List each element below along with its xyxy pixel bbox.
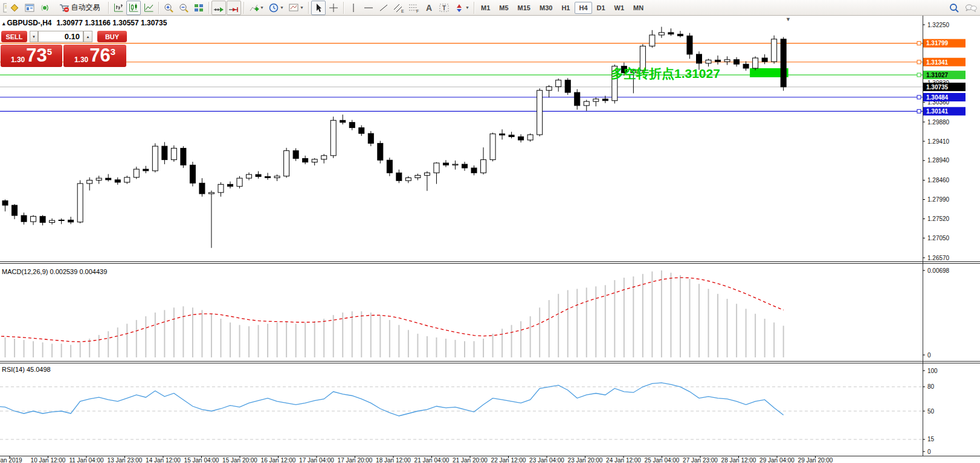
buy-price-big: 76 — [89, 45, 110, 66]
volume-increase-button[interactable]: ▲ — [83, 31, 92, 42]
vertical-line-icon[interactable] — [346, 1, 361, 15]
svg-text:15 Jan 20:00: 15 Jan 20:00 — [222, 457, 257, 463]
chart-corner-dropdown-icon[interactable]: ▼ — [785, 16, 791, 22]
buy-button[interactable]: BUY — [97, 31, 127, 42]
profiles-icon[interactable] — [22, 1, 37, 15]
svg-text:25 Jan 04:00: 25 Jan 04:00 — [645, 457, 680, 463]
separator — [474, 2, 474, 14]
line-chart-icon[interactable] — [141, 1, 156, 15]
new-order-icon[interactable] — [7, 1, 22, 15]
svg-text:28 Jan 12:00: 28 Jan 12:00 — [721, 457, 756, 463]
separator — [208, 2, 209, 14]
equidistant-channel-icon[interactable]: E — [392, 1, 406, 15]
tf-mn[interactable]: MN — [629, 2, 648, 14]
chart-shift-icon[interactable] — [227, 1, 241, 15]
mt4-window: 自动交易 ▼ ▼ ▼ E F A T ▼ M1 M5 M15 M30 H1 H — [0, 0, 980, 463]
tf-d1[interactable]: D1 — [593, 2, 610, 14]
svg-text:A: A — [426, 3, 432, 13]
separator — [243, 2, 244, 14]
svg-text:1.29410: 1.29410 — [927, 138, 950, 145]
tile-windows-icon[interactable] — [192, 1, 206, 15]
svg-text:1.30141: 1.30141 — [926, 108, 949, 115]
svg-text:10 Jan 12:00: 10 Jan 12:00 — [31, 457, 66, 463]
svg-text:1.26570: 1.26570 — [927, 255, 950, 261]
zoom-in-icon[interactable] — [161, 1, 176, 15]
buy-price-prefix: 1.30 — [74, 56, 88, 64]
separator — [108, 2, 109, 14]
sell-button[interactable]: SELL — [1, 31, 27, 42]
search-icon[interactable] — [947, 1, 961, 15]
text-label-icon[interactable]: T — [437, 1, 451, 15]
svg-text:1.31799: 1.31799 — [926, 40, 949, 46]
cursor-icon[interactable] — [311, 1, 326, 15]
svg-text:13 Jan 23:00: 13 Jan 23:00 — [108, 457, 143, 463]
separator — [343, 2, 344, 14]
svg-text:17 Jan 20:00: 17 Jan 20:00 — [338, 457, 373, 463]
sell-price-big: 73 — [26, 45, 47, 66]
zoom-out-icon[interactable] — [176, 1, 191, 15]
candlestick-chart-icon[interactable] — [126, 1, 141, 15]
svg-text:1.28940: 1.28940 — [927, 157, 950, 164]
horizontal-line-icon[interactable] — [361, 1, 376, 15]
svg-text:27 Jan 23:00: 27 Jan 23:00 — [683, 457, 718, 463]
svg-text:18 Jan 12:00: 18 Jan 12:00 — [376, 457, 411, 463]
buy-price-button[interactable]: 1.30763 — [63, 45, 126, 67]
chevron-down-icon: ▼ — [300, 5, 304, 10]
chevron-down-icon: ▼ — [280, 5, 284, 10]
svg-text:11 Jan 04:00: 11 Jan 04:00 — [69, 457, 104, 463]
sell-price-button[interactable]: 1.30735 — [1, 45, 62, 67]
text-icon[interactable]: A — [422, 1, 436, 15]
templates-button[interactable]: ▼ — [286, 1, 306, 15]
autotrading-label: 自动交易 — [71, 2, 100, 13]
svg-text:15: 15 — [927, 436, 935, 442]
auto-scroll-icon[interactable] — [211, 1, 226, 15]
tf-m5[interactable]: M5 — [495, 2, 512, 14]
svg-text:F: F — [416, 9, 419, 13]
svg-text:15 Jan 04:00: 15 Jan 04:00 — [184, 457, 219, 463]
svg-text:14 Jan 12:00: 14 Jan 12:00 — [146, 457, 181, 463]
chat-icon[interactable] — [964, 1, 978, 15]
periods-button[interactable]: ▼ — [266, 1, 286, 15]
separator — [308, 2, 309, 14]
tf-m30[interactable]: M30 — [535, 2, 556, 14]
svg-text:16 Jan 12:00: 16 Jan 12:00 — [261, 457, 296, 463]
svg-text:29 Jan 04:00: 29 Jan 04:00 — [759, 457, 795, 463]
arrows-button[interactable]: ▼ — [452, 1, 471, 15]
trendline-icon[interactable] — [376, 1, 391, 15]
chevron-down-icon: ▼ — [465, 5, 469, 10]
svg-text:21 Jan 04:00: 21 Jan 04:00 — [414, 457, 450, 463]
tf-w1[interactable]: W1 — [610, 2, 629, 14]
svg-text:T: T — [442, 5, 446, 11]
chart-title: ▴GBPUSD-,H41.30977 1.31166 1.30557 1.307… — [2, 19, 167, 27]
rsi-label: RSI(14) 45.0498 — [2, 366, 51, 373]
fibonacci-icon[interactable]: F — [407, 1, 421, 15]
bar-chart-icon[interactable] — [111, 1, 126, 15]
sell-price-prefix: 1.30 — [11, 56, 25, 64]
svg-text:1.28460: 1.28460 — [927, 177, 950, 184]
svg-text:17 Jan 04:00: 17 Jan 04:00 — [299, 457, 334, 463]
svg-text:1.27520: 1.27520 — [927, 216, 950, 222]
svg-text:E: E — [401, 9, 404, 13]
svg-text:1.32250: 1.32250 — [927, 22, 950, 28]
tf-h1[interactable]: H1 — [557, 2, 574, 14]
svg-text:1.27990: 1.27990 — [927, 196, 950, 203]
volume-input[interactable]: 0.10 — [38, 31, 83, 42]
ohlc-quotes: 1.30977 1.31166 1.30557 1.30735 — [57, 19, 167, 27]
svg-text:1.31341: 1.31341 — [926, 59, 949, 66]
signals-icon[interactable] — [37, 1, 52, 15]
autotrading-button[interactable]: 自动交易 — [53, 1, 106, 15]
svg-text:22 Jan 12:00: 22 Jan 12:00 — [491, 457, 526, 463]
svg-text:0: 0 — [927, 449, 931, 455]
crosshair-icon[interactable] — [326, 1, 341, 15]
volume-decrease-button[interactable]: ▼ — [30, 31, 38, 42]
tf-h4[interactable]: H4 — [575, 2, 592, 14]
indicators-button[interactable]: ▼ — [247, 1, 266, 15]
tf-m15[interactable]: M15 — [514, 2, 535, 14]
chart-annotation-text[interactable]: 多空转折点1.31027 — [611, 65, 720, 82]
svg-text:29 Jan 20:00: 29 Jan 20:00 — [798, 457, 833, 463]
svg-text:1.30735: 1.30735 — [926, 84, 949, 91]
chart-canvas[interactable]: 1.322501.317801.313101.308301.303601.298… — [0, 0, 980, 463]
tf-m1[interactable]: M1 — [477, 2, 494, 14]
svg-text:21 Jan 20:00: 21 Jan 20:00 — [453, 457, 488, 463]
svg-text:Jan 2019: Jan 2019 — [0, 457, 22, 463]
